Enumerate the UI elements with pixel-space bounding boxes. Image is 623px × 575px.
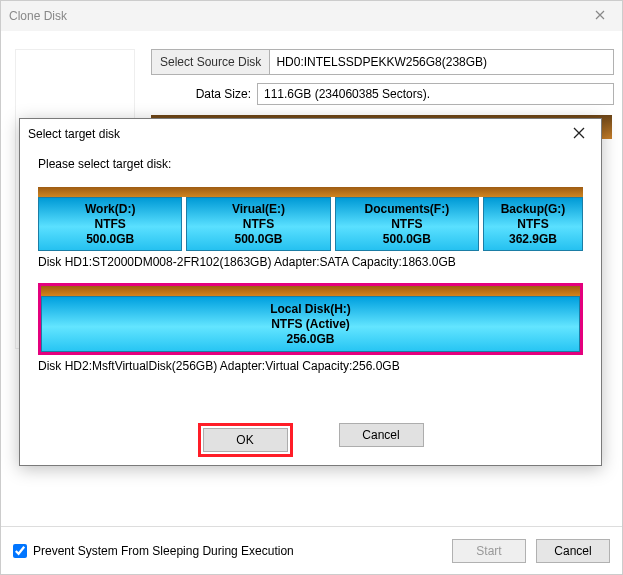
clone-disk-title: Clone Disk bbox=[9, 9, 67, 23]
close-icon[interactable] bbox=[578, 1, 622, 29]
select-target-dialog: Select target disk Please select target … bbox=[19, 118, 602, 466]
datasize-value: 111.6GB (234060385 Sectors). bbox=[257, 83, 614, 105]
datasize-label: Data Size: bbox=[151, 87, 257, 101]
ok-highlight: OK bbox=[198, 423, 293, 457]
dialog-body: Please select target disk: Work(D:) NTFS… bbox=[20, 149, 601, 383]
partition-documents-f[interactable]: Documents(F:) NTFS 500.0GB bbox=[335, 197, 479, 251]
disk1-partitions: Work(D:) NTFS 500.0GB Virual(E:) NTFS 50… bbox=[38, 197, 583, 251]
disk1-group[interactable]: Work(D:) NTFS 500.0GB Virual(E:) NTFS 50… bbox=[38, 187, 583, 269]
dialog-title: Select target disk bbox=[28, 127, 120, 141]
prevent-sleep-checkbox[interactable]: Prevent System From Sleeping During Exec… bbox=[13, 544, 294, 558]
cancel-button[interactable]: Cancel bbox=[536, 539, 610, 563]
start-button: Start bbox=[452, 539, 526, 563]
disk2-group[interactable]: Local Disk(H:) NTFS (Active) 256.0GB bbox=[38, 283, 583, 355]
disk1-label: Disk HD1:ST2000DM008-2FR102(1863GB) Adap… bbox=[38, 255, 583, 269]
clone-disk-titlebar: Clone Disk bbox=[1, 1, 622, 31]
disk2-header-strip bbox=[41, 286, 580, 296]
partition-backup-g[interactable]: Backup(G:) NTFS 362.9GB bbox=[483, 197, 583, 251]
partition-work-d[interactable]: Work(D:) NTFS 500.0GB bbox=[38, 197, 182, 251]
disk1-header-strip bbox=[38, 187, 583, 197]
partition-local-h[interactable]: Local Disk(H:) NTFS (Active) 256.0GB bbox=[41, 296, 580, 352]
prevent-sleep-label: Prevent System From Sleeping During Exec… bbox=[33, 544, 294, 558]
select-source-button[interactable]: Select Source Disk bbox=[151, 49, 270, 75]
partition-virual-e[interactable]: Virual(E:) NTFS 500.0GB bbox=[186, 197, 330, 251]
close-icon[interactable] bbox=[557, 119, 601, 147]
cancel-button[interactable]: Cancel bbox=[339, 423, 424, 447]
clone-disk-footer: Prevent System From Sleeping During Exec… bbox=[1, 526, 622, 574]
source-value: HD0:INTELSSDPEKKW256G8(238GB) bbox=[269, 49, 614, 75]
datasize-row: Data Size: 111.6GB (234060385 Sectors). bbox=[151, 83, 614, 105]
dialog-footer: OK Cancel bbox=[20, 423, 601, 457]
ok-button[interactable]: OK bbox=[203, 428, 288, 452]
prevent-sleep-input[interactable] bbox=[13, 544, 27, 558]
disk2-label: Disk HD2:MsftVirtualDisk(256GB) Adapter:… bbox=[38, 359, 583, 373]
source-row: Select Source Disk HD0:INTELSSDPEKKW256G… bbox=[151, 49, 614, 75]
dialog-titlebar: Select target disk bbox=[20, 119, 601, 149]
dialog-prompt: Please select target disk: bbox=[38, 153, 583, 181]
